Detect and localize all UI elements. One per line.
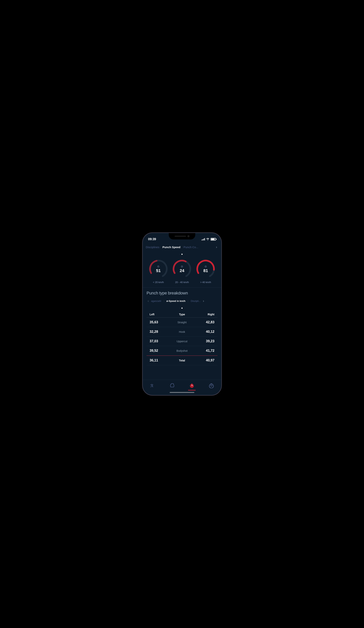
total-type: Total xyxy=(171,359,193,362)
wifi-icon xyxy=(206,238,209,241)
sub-tab-indicator xyxy=(147,305,217,310)
bodyshot-left: 39,52 xyxy=(150,349,171,353)
stats-icon: ℛ xyxy=(150,383,155,388)
table-row: 37,03 Uppercut 39,23 xyxy=(147,337,217,346)
gauge-label-med: 20 - 40 km/h xyxy=(175,281,189,284)
uppercut-left: 37,03 xyxy=(150,339,171,343)
nav-active-indicator xyxy=(188,390,196,391)
svg-point-12 xyxy=(211,385,212,386)
gauge-value-high: 81 xyxy=(203,268,208,273)
sub-tab-nav: ‹ aganzahl ⋮ ø-Speed in km/h ⋮ Diszipli.… xyxy=(147,298,217,304)
nav-item-settings[interactable] xyxy=(205,382,218,389)
battery-fill xyxy=(211,238,215,240)
svg-rect-11 xyxy=(191,384,192,384)
gauge-center-low: ⊙ 51 xyxy=(156,265,161,273)
svg-text:ℛ: ℛ xyxy=(150,384,153,388)
home-bar xyxy=(170,392,194,393)
signal-bars-icon xyxy=(201,238,205,240)
bodyshot-right: 41,72 xyxy=(193,349,214,353)
hook-right: 40,12 xyxy=(193,330,214,334)
punch-table: Left Type Right 35,63 Straight 42,83 32,… xyxy=(143,311,221,380)
gauge-low-speed: ⊙ 51 < 20 km/h xyxy=(148,259,168,284)
tab-punch-speed[interactable]: Punch Speed xyxy=(163,245,181,249)
main-content: Disciplines ⋮ Punch Speed ⋮ Punch Co... … xyxy=(143,243,221,395)
gauge-value-med: 24 xyxy=(180,268,184,273)
timer-icon xyxy=(189,383,194,388)
table-row: 32,28 Hook 40,12 xyxy=(147,327,217,337)
gauge-circle-low: ⊙ 51 xyxy=(148,259,168,279)
sub-tab-aganzahl[interactable]: aganzahl xyxy=(150,299,162,303)
speedometer-icon-low: ⊙ xyxy=(157,265,159,268)
settings-icon xyxy=(209,383,214,388)
table-header: Left Type Right xyxy=(147,311,217,317)
col-right-header: Right xyxy=(193,313,214,316)
notch xyxy=(169,233,195,239)
gauge-med-speed: ⊙ 24 20 - 40 km/h xyxy=(172,259,192,284)
tab-indicator xyxy=(143,251,221,256)
tab-right-arrow-icon[interactable]: › xyxy=(215,244,218,250)
straight-type: Straight xyxy=(171,321,193,324)
notch-speaker xyxy=(175,236,186,237)
battery-icon xyxy=(211,238,216,240)
hook-left: 32,28 xyxy=(150,330,171,334)
sub-tab-disziplin[interactable]: Diszipli... xyxy=(189,299,202,303)
tab-sep-2: ⋮ xyxy=(181,246,183,248)
gauge-value-low: 51 xyxy=(156,268,161,273)
screen: 09:39 xyxy=(143,233,221,395)
gauge-circle-med: ⊙ 24 xyxy=(172,259,192,279)
sub-tab-indicator-dot xyxy=(182,308,182,309)
table-row: 35,63 Straight 42,83 xyxy=(147,317,217,327)
straight-left: 35,63 xyxy=(150,320,171,324)
tab-navigation: Disciplines ⋮ Punch Speed ⋮ Punch Co... … xyxy=(143,243,221,251)
bodyshot-type: Bodyshot xyxy=(171,349,193,352)
gauges-section: ⊙ 51 < 20 km/h xyxy=(143,256,221,287)
total-right: 40,97 xyxy=(193,358,214,362)
breakdown-section: Punch type breakdown ‹ aganzahl ⋮ ø-Spee… xyxy=(143,288,221,311)
home-indicator xyxy=(143,390,221,395)
notch-camera xyxy=(187,235,189,237)
straight-right: 42,83 xyxy=(193,320,214,324)
bottom-navigation: ℛ xyxy=(143,380,221,390)
nav-item-timer[interactable] xyxy=(185,382,198,389)
total-left: 36,11 xyxy=(150,358,171,362)
uppercut-type: Uppercut xyxy=(171,340,193,343)
hook-type: Hook xyxy=(171,330,193,333)
table-row: 39,52 Bodyshot 41,72 xyxy=(147,346,217,356)
tab-indicator-dot xyxy=(182,254,182,255)
breakdown-title: Punch type breakdown xyxy=(147,291,217,296)
status-icons xyxy=(201,238,216,241)
tab-items: Disciplines ⋮ Punch Speed ⋮ Punch Co... xyxy=(146,245,215,249)
tab-punch-count[interactable]: Punch Co... xyxy=(183,245,198,249)
sub-tab-sep-2: ⋮ xyxy=(187,300,189,303)
col-left-header: Left xyxy=(150,313,171,316)
sub-tab-sep-1: ⋮ xyxy=(163,300,165,303)
gauge-center-med: ⊙ 24 xyxy=(180,265,184,273)
tab-disciplines[interactable]: Disciplines xyxy=(146,245,159,249)
nav-item-glove[interactable] xyxy=(166,382,179,389)
glove-icon xyxy=(170,383,175,388)
sub-tab-speed[interactable]: ø-Speed in km/h xyxy=(165,299,186,303)
sub-tab-left-arrow-icon[interactable]: ‹ xyxy=(147,298,150,304)
col-type-header: Type xyxy=(171,313,193,316)
gauge-high-speed: ⊙ 81 > 40 km/h xyxy=(196,259,216,284)
nav-item-stats[interactable]: ℛ xyxy=(146,382,159,389)
status-time: 09:39 xyxy=(148,237,156,241)
speedometer-icon-high: ⊙ xyxy=(205,265,207,268)
table-body: 35,63 Straight 42,83 32,28 Hook 40,12 37… xyxy=(147,317,217,365)
tab-sep-1: ⋮ xyxy=(160,246,162,248)
gauge-center-high: ⊙ 81 xyxy=(203,265,208,273)
phone-frame: 09:39 xyxy=(142,233,222,395)
phone-wrapper: 09:39 xyxy=(142,233,222,395)
speedometer-icon-med: ⊙ xyxy=(181,265,183,268)
uppercut-right: 39,23 xyxy=(193,339,214,343)
table-row-total: 36,11 Total 40,97 xyxy=(147,356,217,365)
gauge-circle-high: ⊙ 81 xyxy=(196,259,216,279)
sub-tab-right-arrow-icon[interactable]: › xyxy=(202,298,205,304)
